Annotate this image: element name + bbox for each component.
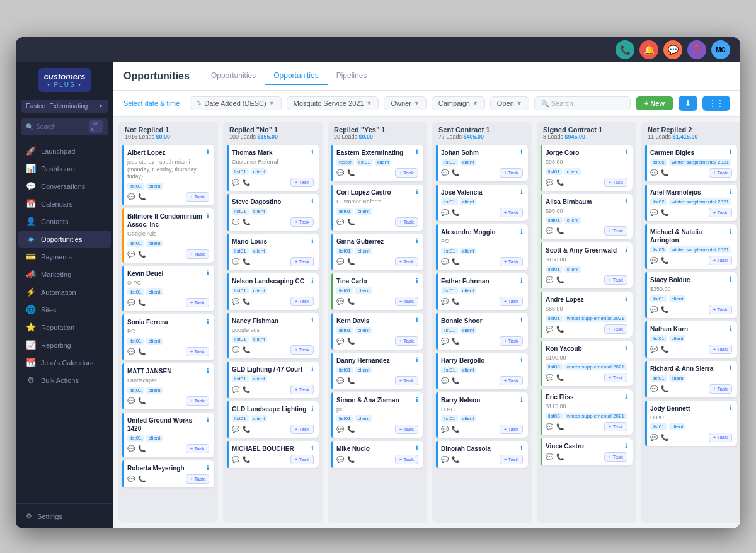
add-task-button[interactable]: + Task [500,376,523,385]
user-avatar[interactable]: MC [711,40,730,59]
add-task-button[interactable]: + Task [290,385,314,394]
add-task-button[interactable]: + Task [500,257,523,266]
card-info-icon[interactable]: ℹ [311,277,314,284]
kanban-card[interactable]: Ariel Marmolejos ℹ list02winter suppleme… [645,185,737,221]
sidebar-item-jess-s-calendars[interactable]: 📆Jess's Calendars [18,354,111,371]
kanban-card[interactable]: Johan Sohm ℹ list01client 💬 📞 + Task [436,145,528,181]
kanban-card[interactable]: Ron Yacoub ℹ $100.00list03winter supplem… [541,341,633,387]
phone-icon[interactable]: 📞 [661,257,668,264]
phone-icon[interactable]: 📞 [243,179,250,186]
kanban-card[interactable]: Mario Louis ℹ list01client 💬 📞 + Task [227,234,319,270]
download-button[interactable]: ⬇ [679,96,697,111]
kanban-card[interactable]: MATT JANSEN ℹ Landscaperlist01client 💬 📞… [122,363,214,409]
card-info-icon[interactable]: ℹ [311,149,314,156]
chat-icon[interactable]: 💬 [650,346,658,353]
phone-icon[interactable]: 📞 [452,426,459,433]
phone-icon[interactable]: 📞 [347,219,355,225]
card-info-icon[interactable]: ℹ [730,404,732,411]
chat-icon[interactable]: 💬 [232,258,239,265]
chat-icon[interactable]: 💬 [650,209,658,216]
kanban-card[interactable]: Carmen Bigles ℹ list05winter supplementa… [645,145,737,181]
add-task-button[interactable]: + Task [709,345,732,354]
add-task-button[interactable]: + Task [186,474,209,484]
tab-opportunities[interactable]: Opportunities [265,67,327,85]
kanban-card[interactable]: Kern Davis ℹ list01client 💬 📞 + Task [331,313,423,350]
kanban-card[interactable]: Mike Nuclo ℹ 💬 📞 + Task [331,441,423,468]
chat-icon[interactable]: 💬 [650,434,658,441]
phone-icon[interactable]: 📞 [452,169,459,176]
card-info-icon[interactable]: ℹ [207,212,209,219]
chat-icon[interactable]: 💬 [232,298,239,305]
card-info-icon[interactable]: ℹ [730,149,732,156]
icon-phone[interactable]: 📞 [616,40,634,59]
card-info-icon[interactable]: ℹ [416,237,418,244]
filter-service[interactable]: Mosquito Service 2021 ▼ [287,96,379,110]
phone-icon[interactable]: 📞 [138,251,146,258]
kanban-card[interactable]: Danny Hernandez ℹ list01client 💬 📞 + Tas… [331,353,423,389]
kanban-card[interactable]: Cori Lopez-Castro ℹ Customer Referrallis… [331,185,423,231]
kanban-card[interactable]: Eric Fliss ℹ $115.00list03winter supplem… [541,389,633,435]
chat-icon[interactable]: 💬 [546,374,553,381]
chat-icon[interactable]: 💬 [127,348,135,355]
kanban-card[interactable]: Vince Castro ℹ 💬 📞 + Task [541,438,633,465]
kanban-card[interactable]: Barry Nelson ℹ O PClist01client 💬 📞 + Ta… [436,392,528,438]
phone-icon[interactable]: 📞 [138,397,146,404]
add-task-button[interactable]: + Task [500,297,523,306]
add-task-button[interactable]: + Task [500,168,523,178]
chat-icon[interactable]: 💬 [336,456,344,463]
chat-icon[interactable]: 💬 [127,476,135,482]
sidebar-item-contacts[interactable]: 👤Contacts [18,213,111,230]
card-info-icon[interactable]: ℹ [520,149,523,156]
kanban-card[interactable]: Scott & Amy Greenwald ℹ $150.00list01cli… [541,242,633,288]
chat-icon[interactable]: 💬 [546,276,553,283]
chat-icon[interactable]: 💬 [441,169,449,176]
card-info-icon[interactable]: ℹ [207,367,209,374]
settings-item[interactable]: ⚙ Settings [21,509,108,523]
sidebar-item-marketing[interactable]: 📣Marketing [18,266,111,283]
sidebar-item-conversations[interactable]: 💬Conversations [18,178,111,195]
add-task-button[interactable]: + Task [186,249,209,259]
phone-icon[interactable]: 📞 [661,385,668,392]
sidebar-item-sites[interactable]: 🌐Sites [18,301,111,318]
phone-icon[interactable]: 📞 [661,434,668,441]
sidebar-item-automation[interactable]: ⚡Automation [18,283,111,300]
date-selector[interactable]: Select date & time [123,100,180,107]
chat-icon[interactable]: 💬 [336,169,344,176]
add-task-button[interactable]: + Task [290,345,314,355]
phone-icon[interactable]: 📞 [243,219,250,225]
chat-icon[interactable]: 💬 [441,209,449,216]
add-task-button[interactable]: + Task [290,178,314,187]
card-info-icon[interactable]: ℹ [520,356,523,363]
phone-icon[interactable]: 📞 [138,476,146,482]
add-task-button[interactable]: + Task [395,257,418,266]
add-task-button[interactable]: + Task [604,452,627,462]
chat-icon[interactable]: 💬 [650,385,658,392]
kanban-card[interactable]: Dinorah Cassola ℹ 💬 📞 + Task [436,441,528,468]
chat-icon[interactable]: 💬 [441,338,449,345]
icon-help[interactable]: ❓ [687,40,706,59]
add-task-button[interactable]: + Task [290,257,314,266]
card-info-icon[interactable]: ℹ [311,365,314,372]
kanban-card[interactable]: Harry Bergollo ℹ list01client 💬 📞 + Task [436,353,528,389]
kanban-card[interactable]: United Ground Works 1420 ℹ list01client … [122,413,214,457]
phone-icon[interactable]: 📞 [347,298,355,305]
new-button[interactable]: + New [636,96,673,110]
card-info-icon[interactable]: ℹ [625,393,627,400]
add-task-button[interactable]: + Task [186,298,209,307]
add-task-button[interactable]: + Task [709,256,732,265]
chat-icon[interactable]: 💬 [127,251,135,258]
add-task-button[interactable]: + Task [709,208,732,217]
card-info-icon[interactable]: ℹ [730,365,732,372]
phone-icon[interactable]: 📞 [138,193,146,200]
chat-icon[interactable]: 💬 [127,299,135,306]
add-task-button[interactable]: + Task [500,336,523,346]
card-info-icon[interactable]: ℹ [520,317,523,324]
card-info-icon[interactable]: ℹ [311,198,314,205]
sidebar-item-calendars[interactable]: 📅Calendars [18,195,111,212]
account-selector[interactable]: Eastern Exterminating ▼ [21,100,108,113]
phone-icon[interactable]: 📞 [347,456,355,463]
chat-icon[interactable]: 💬 [441,456,449,463]
chat-icon[interactable]: 💬 [336,338,344,345]
icon-message[interactable]: 💬 [663,40,682,59]
chat-icon[interactable]: 💬 [127,445,135,452]
